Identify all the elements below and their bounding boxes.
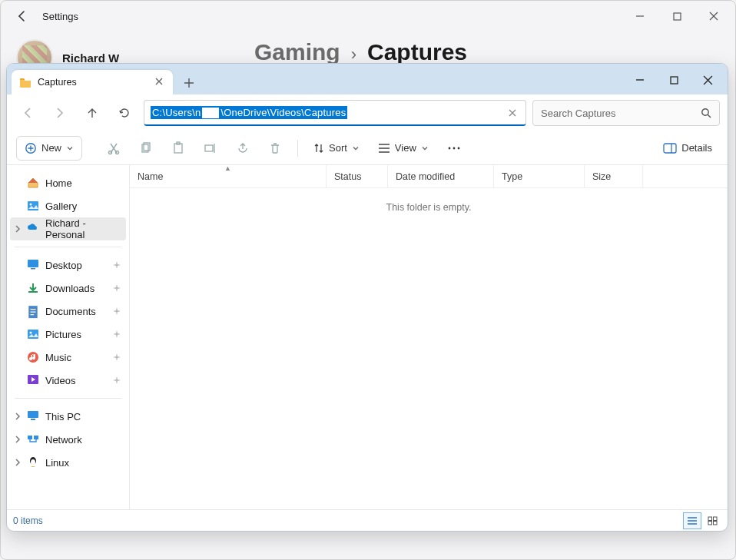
- svg-rect-17: [28, 260, 38, 267]
- column-status[interactable]: Status: [327, 165, 388, 187]
- address-clear-icon[interactable]: [504, 104, 521, 121]
- chevron-right-icon[interactable]: [13, 412, 22, 421]
- music-icon: [27, 351, 39, 363]
- close-button[interactable]: [697, 5, 731, 28]
- sidebar-item-network[interactable]: Network: [10, 428, 126, 451]
- new-tab-button[interactable]: [176, 71, 202, 94]
- more-button[interactable]: [441, 136, 467, 161]
- new-button[interactable]: New: [16, 136, 82, 161]
- videos-icon: [27, 374, 39, 386]
- svg-point-29: [31, 459, 35, 466]
- column-type[interactable]: Type: [494, 165, 585, 187]
- file-list-area[interactable]: This folder is empty.: [130, 188, 728, 509]
- svg-rect-26: [28, 436, 32, 439]
- linux-icon: [27, 456, 39, 469]
- documents-icon: [27, 305, 39, 317]
- view-button[interactable]: View: [372, 136, 435, 161]
- maximize-button[interactable]: [660, 5, 694, 28]
- sidebar-item-desktop[interactable]: Desktop: [10, 253, 126, 277]
- sidebar-item-thispc[interactable]: This PC: [10, 405, 126, 428]
- pin-icon[interactable]: [112, 283, 121, 293]
- tab-captures[interactable]: Captures: [12, 70, 173, 94]
- sidebar-item-home[interactable]: Home: [10, 171, 126, 194]
- pin-icon[interactable]: [112, 330, 121, 339]
- column-header: Name ▲ Status Date modified Type Size: [130, 165, 728, 188]
- sort-button[interactable]: Sort: [307, 136, 366, 161]
- svg-rect-1: [671, 77, 678, 84]
- back-icon[interactable]: [16, 10, 28, 22]
- settings-title-left: Settings: [16, 10, 78, 22]
- svg-rect-27: [34, 436, 38, 439]
- sidebar-item-downloads[interactable]: Downloads: [10, 277, 126, 300]
- nav-forward-button[interactable]: [47, 100, 73, 126]
- sidebar-item-documents[interactable]: Documents: [10, 300, 126, 323]
- chevron-right-icon[interactable]: [13, 458, 22, 467]
- pin-icon[interactable]: [112, 353, 121, 362]
- refresh-button[interactable]: [111, 100, 138, 126]
- sidebar-item-gallery[interactable]: Gallery: [10, 194, 126, 217]
- svg-rect-10: [205, 145, 213, 151]
- svg-rect-32: [708, 521, 712, 525]
- nav-back-button[interactable]: [15, 100, 41, 126]
- settings-window-controls: [623, 5, 731, 28]
- thumbnails-view-toggle[interactable]: [703, 512, 721, 529]
- svg-rect-30: [708, 517, 712, 521]
- details-view-toggle[interactable]: [683, 512, 701, 529]
- address-text: C:\Users\n\OneDrive\Videos\Captures: [151, 106, 347, 120]
- sidebar-item-music[interactable]: Music: [10, 346, 126, 369]
- pin-icon[interactable]: [112, 376, 121, 385]
- explorer-body: Home Gallery Richard - Personal Desktop …: [7, 165, 728, 509]
- search-field[interactable]: Search Captures: [532, 100, 720, 126]
- address-field[interactable]: C:\Users\n\OneDrive\Videos\Captures: [144, 100, 526, 126]
- sidebar-item-pictures[interactable]: Pictures: [10, 323, 126, 346]
- share-button[interactable]: [230, 136, 256, 161]
- address-bar-row: C:\Users\n\OneDrive\Videos\Captures Sear…: [7, 94, 728, 131]
- toolbar: New Sort View Details: [7, 131, 728, 165]
- search-placeholder: Search Captures: [541, 108, 616, 119]
- pc-icon: [27, 410, 39, 422]
- details-pane-button[interactable]: Details: [657, 136, 718, 161]
- network-icon: [27, 433, 39, 446]
- pictures-icon: [27, 328, 39, 340]
- column-date[interactable]: Date modified: [388, 165, 494, 187]
- svg-point-12: [453, 147, 455, 149]
- cut-button[interactable]: [101, 136, 127, 161]
- sidebar-item-videos[interactable]: Videos: [10, 369, 126, 392]
- settings-titlebar: Settings: [1, 1, 735, 31]
- sort-asc-icon: ▲: [224, 164, 231, 172]
- svg-point-21: [30, 332, 32, 334]
- svg-rect-0: [674, 13, 681, 20]
- svg-rect-15: [28, 201, 38, 210]
- explorer-window: Captures C:\Users\n\OneDrive\Videos\Capt…: [6, 63, 728, 532]
- svg-rect-8: [174, 144, 182, 153]
- delete-button[interactable]: [262, 136, 288, 161]
- svg-rect-31: [713, 517, 717, 521]
- column-size[interactable]: Size: [585, 165, 643, 187]
- column-name[interactable]: Name ▲: [130, 165, 327, 187]
- chevron-right-icon[interactable]: [13, 224, 22, 234]
- breadcrumb-gaming[interactable]: Gaming: [254, 39, 340, 65]
- paste-button[interactable]: [165, 136, 191, 161]
- sidebar: Home Gallery Richard - Personal Desktop …: [7, 165, 130, 509]
- close-button[interactable]: [691, 65, 724, 94]
- user-name: Richard W: [62, 51, 119, 65]
- svg-point-2: [702, 109, 708, 115]
- tabs: Captures: [12, 64, 202, 94]
- tab-close-icon[interactable]: [154, 77, 165, 88]
- minimize-button[interactable]: [623, 65, 657, 94]
- gallery-icon: [27, 200, 39, 212]
- nav-up-button[interactable]: [79, 100, 105, 126]
- pin-icon[interactable]: [112, 307, 121, 316]
- pin-icon[interactable]: [112, 260, 121, 270]
- svg-point-11: [448, 147, 450, 149]
- minimize-button[interactable]: [623, 5, 657, 28]
- sidebar-item-linux[interactable]: Linux: [10, 451, 126, 474]
- search-icon: [701, 108, 711, 118]
- rename-button[interactable]: [197, 136, 224, 161]
- chevron-right-icon[interactable]: [13, 435, 22, 444]
- copy-button[interactable]: [133, 136, 159, 161]
- maximize-button[interactable]: [657, 65, 691, 94]
- svg-rect-20: [28, 330, 38, 339]
- empty-folder-text: This folder is empty.: [386, 202, 472, 509]
- sidebar-item-personal[interactable]: Richard - Personal: [10, 217, 126, 240]
